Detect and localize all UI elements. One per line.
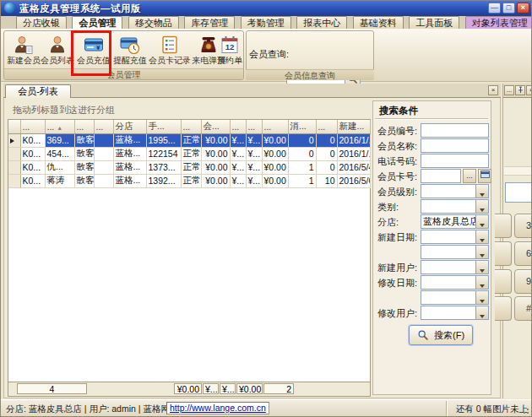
member-list-button[interactable]: 会员列表 <box>41 33 74 69</box>
column-header[interactable]: ... <box>181 120 201 133</box>
grid-cell[interactable]: 0 <box>316 160 337 174</box>
dropdown-button[interactable] <box>475 185 488 198</box>
grid-cell[interactable]: ¥0.00 <box>262 147 288 160</box>
grid-cell[interactable]: K0... <box>20 174 45 187</box>
dropdown-button[interactable] <box>475 306 488 319</box>
member-card-input[interactable] <box>421 169 461 183</box>
column-header-sorted[interactable]: ... ▲ <box>45 120 74 133</box>
grid-cell[interactable]: ¥0.00 <box>262 174 288 187</box>
grid-cell[interactable]: ¥0.00 <box>262 160 288 174</box>
menu-tab-reports[interactable]: 报表中心 <box>296 16 347 29</box>
column-header[interactable]: 消... <box>288 120 316 133</box>
menu-tab-tool-panel[interactable]: 工具面板 <box>409 16 459 29</box>
minimize-button[interactable]: — <box>488 3 501 14</box>
menu-tab-branch-cashier[interactable]: 分店收银 <box>16 16 67 29</box>
appointment-button[interactable]: 12 预约单 <box>215 33 244 69</box>
grid-cell[interactable]: 0 <box>288 147 316 160</box>
member-id-input[interactable] <box>421 123 489 138</box>
menu-tab-inventory[interactable]: 库存管理 <box>184 16 235 29</box>
grid-cell[interactable]: ¥0.00 <box>262 133 288 147</box>
keypad-key[interactable] <box>495 241 512 266</box>
grid-cell[interactable]: ¥0.00 <box>201 174 230 187</box>
grid-cell[interactable]: 0 <box>316 147 337 160</box>
column-header[interactable]: ... <box>74 120 94 133</box>
column-header[interactable]: ... <box>262 120 288 133</box>
remind-recharge-button[interactable]: 提醒充值 <box>112 33 148 69</box>
grid-cell[interactable]: 正常 <box>181 147 201 160</box>
grid-cell[interactable]: 2016/5/4 <box>337 160 370 174</box>
close-button[interactable]: × <box>517 3 529 14</box>
grid-cell[interactable]: 2016/1/... <box>337 133 370 147</box>
website-link[interactable]: http://www.lange.com.cn <box>170 403 266 413</box>
dock-panel-input[interactable] <box>505 182 532 203</box>
maximize-button[interactable]: □ <box>502 3 515 14</box>
ellipsis-button[interactable]: ... <box>463 169 476 183</box>
keypad-key[interactable] <box>495 214 512 238</box>
grid-cell[interactable]: 1 <box>288 174 316 187</box>
table-row[interactable]: K0... 仇... 散客 蓝格... 1373... 正常 ¥0.00 ¥..… <box>8 160 370 174</box>
grid-cell[interactable]: 122154 <box>146 147 181 160</box>
grid-cell[interactable]: 散客 <box>74 133 94 147</box>
menu-tab-member-manage[interactable]: 会员管理 <box>72 16 122 29</box>
grid-cell[interactable]: K0... <box>20 160 45 174</box>
menu-tab-attendance[interactable]: 考勤管理 <box>241 16 291 29</box>
column-header[interactable]: ... <box>94 120 113 133</box>
dock-close-button[interactable]: × <box>526 85 532 95</box>
menu-tab-base-data[interactable]: 基础资料 <box>353 16 404 29</box>
keypad-key[interactable] <box>495 296 512 321</box>
table-row[interactable]: K0... 369... 散客 蓝格... 1995... 正常 ¥0.00 ¥… <box>8 133 370 147</box>
grid-cell[interactable]: 0 <box>316 133 337 147</box>
dropdown-button[interactable] <box>475 261 488 273</box>
grid-cell[interactable]: 2016/1/... <box>337 147 370 160</box>
menu-tab-object-list-manage[interactable]: 对象列表管理 <box>465 16 532 29</box>
dropdown-button[interactable] <box>475 230 488 243</box>
keypad-key-6[interactable]: 6 <box>514 241 532 266</box>
resize-grip[interactable] <box>521 406 529 414</box>
column-header[interactable]: ... <box>316 120 337 133</box>
grid-cell[interactable] <box>94 174 113 187</box>
dock-pin-button[interactable] <box>515 85 525 95</box>
grid-cell[interactable]: 1995... <box>146 133 181 147</box>
grid-cell[interactable]: ¥... <box>230 174 246 187</box>
grid-cell[interactable]: ¥... <box>230 160 246 174</box>
grid-cell[interactable]: 仇... <box>45 160 74 174</box>
grid-cell[interactable]: 蓝格... <box>113 147 146 160</box>
table-row[interactable]: K0... 蒋涛 散客 蓝格... 1392... 正常 ¥0.00 ¥... … <box>8 174 370 187</box>
member-card-records-button[interactable]: 会员卡记录 <box>149 33 191 69</box>
grid-cell[interactable]: ¥... <box>230 147 246 160</box>
grid-cell[interactable]: 蓝格... <box>113 133 146 147</box>
dropdown-button[interactable] <box>475 215 488 228</box>
menu-tab-transfer-items[interactable]: 移交物品 <box>128 16 179 29</box>
column-header[interactable]: 分店 <box>113 120 146 133</box>
grid-cell[interactable]: ¥... <box>246 133 262 147</box>
column-header[interactable]: 会... <box>201 120 230 133</box>
member-name-input[interactable] <box>421 138 489 153</box>
document-tab-member-list[interactable]: 会员-列表 <box>5 84 71 98</box>
grid-cell[interactable]: 正常 <box>181 174 201 187</box>
keypad-key[interactable] <box>495 269 512 294</box>
dropdown-button[interactable] <box>475 246 488 258</box>
grid-cell[interactable]: 2016/5/6 <box>337 174 370 187</box>
grid-cell[interactable]: 10 <box>316 174 337 187</box>
grid-cell[interactable]: 正常 <box>181 133 201 147</box>
card-reader-button[interactable] <box>478 169 491 183</box>
grid-cell[interactable]: ¥0.00 <box>201 160 230 174</box>
table-row[interactable]: K0... 454... 散客 蓝格... 122154 正常 ¥0.00 ¥.… <box>8 147 370 160</box>
dropdown-button[interactable] <box>475 291 488 304</box>
new-member-button[interactable]: 新建会员 <box>7 33 41 69</box>
grid-cell[interactable]: 1392... <box>146 174 181 187</box>
column-header[interactable]: 手... <box>146 120 181 133</box>
dropdown-button[interactable] <box>475 200 488 213</box>
grid-cell[interactable]: 蒋涛 <box>45 174 74 187</box>
panel-close-button[interactable]: × <box>488 85 498 95</box>
keypad-key-3[interactable]: 3 <box>514 214 532 238</box>
dropdown-button[interactable] <box>475 276 488 289</box>
grid-cell[interactable]: 蓝格... <box>113 160 146 174</box>
grid-cell[interactable]: ¥... <box>230 133 246 147</box>
column-header[interactable]: ... <box>246 120 262 133</box>
grid-cell[interactable] <box>94 160 113 174</box>
grid-cell[interactable]: 1373... <box>146 160 181 174</box>
grid-cell[interactable]: ¥0.00 <box>201 133 230 147</box>
grid-cell[interactable]: 蓝格... <box>113 174 146 187</box>
grid-cell[interactable]: 454... <box>45 147 74 160</box>
